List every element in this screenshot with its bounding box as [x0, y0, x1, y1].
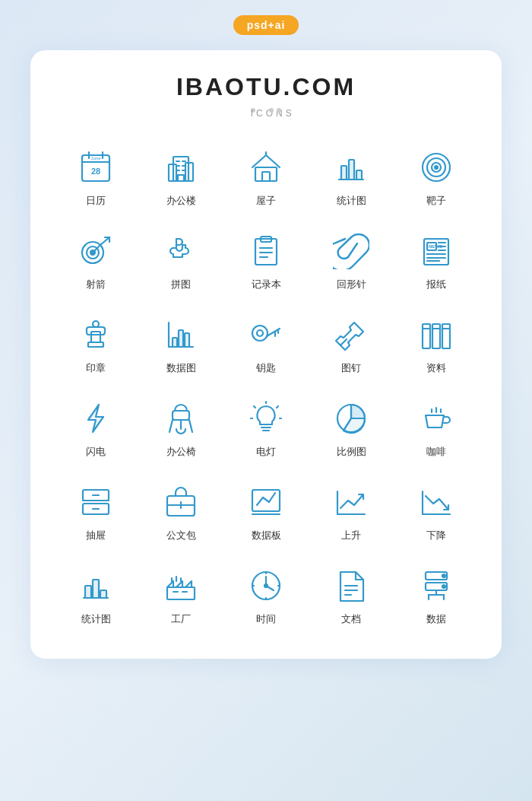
svg-rect-22	[356, 170, 362, 180]
icon-label-newspaper: 报纸	[426, 278, 446, 291]
svg-rect-15	[178, 175, 184, 181]
icon-item-office-chair: 办公椅	[138, 389, 223, 465]
pie-chart-icon	[331, 398, 372, 439]
svg-rect-17	[262, 172, 270, 181]
icons-grid: 28 June 日历 办公楼 屋子	[53, 138, 479, 632]
icon-item-house: 屋子	[223, 138, 309, 214]
icon-label-coffee: 咖啡	[426, 445, 446, 459]
trending-up-icon	[331, 482, 372, 523]
trending-down-icon	[416, 482, 457, 523]
svg-line-30	[100, 237, 109, 245]
svg-text:June: June	[90, 156, 101, 161]
svg-rect-21	[349, 160, 354, 180]
icon-label-key: 钥匙	[256, 361, 276, 375]
key-icon	[245, 314, 287, 355]
clock-icon	[245, 565, 287, 606]
svg-rect-54	[185, 333, 189, 347]
svg-rect-20	[341, 166, 347, 180]
icon-label-briefcase: 公文包	[166, 529, 196, 542]
icon-label-office-building: 办公楼	[166, 194, 196, 208]
svg-rect-62	[432, 324, 440, 348]
coffee-icon	[416, 398, 457, 439]
icon-item-briefcase: 公文包	[138, 472, 223, 548]
arrow-target-icon	[75, 230, 116, 272]
icon-item-trending-down: 下降	[394, 472, 479, 548]
icon-item-lightbulb: 电灯	[223, 389, 309, 465]
svg-rect-98	[85, 586, 91, 598]
svg-line-60	[340, 339, 347, 345]
icon-label-clipboard: 记录本	[252, 278, 281, 291]
house-icon	[245, 147, 287, 188]
icon-label-trending-down: 下降	[426, 529, 446, 542]
icon-item-bar-chart: 统计图	[309, 138, 394, 214]
svg-line-73	[277, 406, 278, 408]
icon-label-bar-chart: 统计图	[337, 194, 366, 208]
icon-label-bar-chart2: 统计图	[81, 612, 111, 626]
svg-point-56	[257, 330, 263, 336]
icon-label-trending-up: 上升	[341, 529, 361, 542]
icon-item-pie-chart: 比例图	[309, 389, 394, 465]
icon-item-key: 钥匙	[223, 305, 309, 381]
card-header: IBAOTU.COM ICONS	[53, 73, 479, 115]
factory-icon	[160, 565, 201, 606]
icon-item-coffee: 咖啡	[394, 389, 479, 465]
icon-label-pushpin: 图钉	[341, 361, 361, 375]
icon-item-puzzle: 拼图	[138, 221, 223, 297]
icon-item-trending-up: 上升	[309, 472, 394, 548]
calendar-icon: 28 June	[75, 147, 116, 188]
newspaper-icon: NEWS	[416, 230, 457, 272]
svg-text:NEWS: NEWS	[429, 244, 442, 249]
clipboard-icon	[245, 230, 287, 272]
icon-label-lightning: 闪电	[86, 445, 106, 459]
svg-rect-61	[423, 324, 430, 348]
icon-item-newspaper: NEWS 报纸	[394, 221, 479, 297]
office-chair-icon	[160, 398, 201, 439]
briefcase-icon	[160, 482, 201, 523]
svg-point-29	[90, 250, 95, 255]
svg-rect-101	[167, 587, 195, 599]
data-server-icon	[416, 565, 457, 606]
icon-label-lightbulb: 电灯	[256, 445, 276, 459]
icon-label-drawer: 抽屉	[86, 529, 106, 542]
icon-label-document: 文档	[341, 612, 361, 626]
stamp-icon	[75, 314, 116, 355]
card-title: IBAOTU.COM	[53, 73, 479, 101]
svg-point-125	[442, 585, 445, 588]
icon-item-bar-chart2: 统计图	[53, 556, 138, 632]
icon-item-factory: 工厂	[138, 556, 223, 632]
icon-item-dashboard: 数据板	[223, 472, 309, 548]
icon-label-clock: 时间	[256, 612, 276, 626]
icon-item-data-server: 数据	[394, 556, 479, 632]
file-format-badge: psd+ai	[233, 15, 299, 35]
drawer-icon	[75, 482, 116, 523]
icon-label-paperclip: 回形针	[337, 278, 366, 291]
icon-item-lightning: 闪电	[53, 389, 138, 465]
icon-item-arrow-target: 射箭	[53, 221, 138, 297]
icon-label-house: 屋子	[256, 194, 276, 208]
svg-point-49	[93, 321, 99, 327]
svg-rect-52	[173, 338, 177, 347]
office-building-icon	[160, 147, 201, 188]
target-icon	[416, 147, 457, 188]
icon-label-data-server: 数据	[426, 612, 446, 626]
lightning-icon	[75, 398, 116, 439]
icon-label-puzzle: 拼图	[171, 278, 191, 291]
paperclip-icon	[331, 230, 372, 272]
icon-item-paperclip: 回形针	[309, 221, 394, 297]
icon-card: IBAOTU.COM ICONS 28 June 日历 办公楼	[30, 50, 502, 659]
svg-point-110	[264, 584, 268, 587]
svg-point-55	[252, 326, 268, 341]
icon-label-target: 靶子	[426, 194, 446, 208]
bar-chart-icon	[331, 147, 372, 188]
files-icon	[416, 314, 457, 355]
icon-item-target: 靶子	[394, 138, 479, 214]
icon-item-clock: 时间	[223, 556, 309, 632]
data-chart-icon	[160, 314, 201, 355]
icon-item-document: 文档	[309, 556, 394, 632]
bar-chart2-icon	[75, 565, 116, 606]
svg-rect-47	[91, 332, 100, 342]
svg-rect-99	[93, 580, 99, 598]
svg-rect-67	[173, 411, 189, 420]
document-icon	[331, 565, 372, 606]
card-subtitle: ICONS	[53, 104, 479, 115]
